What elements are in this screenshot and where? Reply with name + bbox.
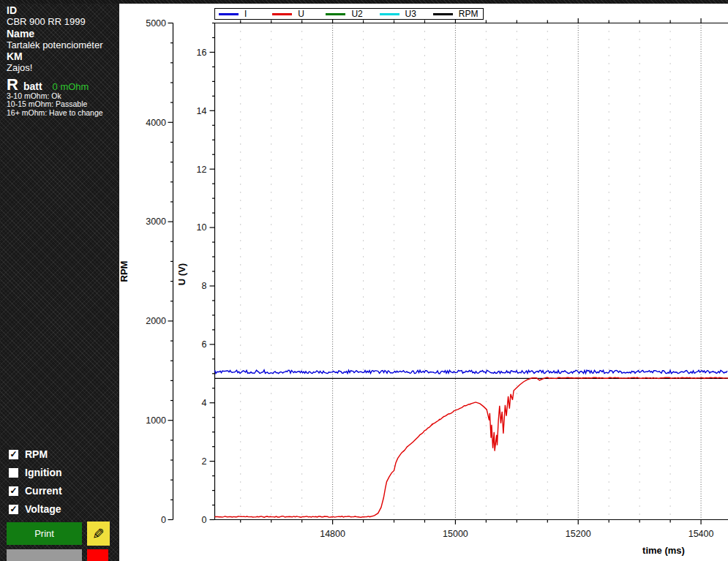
svg-text:15200: 15200 xyxy=(566,529,591,539)
svg-text:2000: 2000 xyxy=(146,316,166,326)
rbatt-r-label: R xyxy=(7,78,18,92)
svg-text:2: 2 xyxy=(202,456,207,467)
series-u-line xyxy=(215,377,728,517)
toggle-label: RPM xyxy=(25,448,48,460)
checkbox-ignition[interactable] xyxy=(9,468,18,478)
red-button[interactable] xyxy=(87,549,108,561)
checkbox-rpm[interactable]: ✓ xyxy=(9,450,18,459)
legend-label: U xyxy=(298,10,304,18)
svg-text:15400: 15400 xyxy=(688,529,714,539)
svg-text:5000: 5000 xyxy=(146,18,166,29)
print-button[interactable]: Print xyxy=(7,522,82,545)
toggle-current[interactable]: ✓Current xyxy=(9,485,62,497)
svg-text:0: 0 xyxy=(161,515,166,525)
chart-axes xyxy=(173,23,728,520)
toggle-rpm[interactable]: ✓RPM xyxy=(9,448,62,460)
rbatt-batt-label: batt xyxy=(23,80,42,92)
legend-item-u3: U3 xyxy=(376,10,429,18)
svg-text:3000: 3000 xyxy=(146,217,166,227)
svg-text:10: 10 xyxy=(197,222,207,233)
axis-ticks xyxy=(168,18,702,524)
legend-label: U2 xyxy=(351,10,362,18)
svg-text:4: 4 xyxy=(202,398,207,408)
svg-text:0: 0 xyxy=(202,515,207,525)
x-axis-title: time (ms) xyxy=(642,545,685,556)
toggle-label: Current xyxy=(25,485,62,497)
channel-toggles: ✓RPMIgnition✓Current✓Voltage xyxy=(9,448,62,515)
vehicle-info: ID CBR 900 RR 1999 Name Tartalék potenci… xyxy=(0,0,119,118)
legend-swatch xyxy=(380,13,399,15)
toggle-label: Voltage xyxy=(25,503,61,515)
top-strip xyxy=(0,0,728,4)
chart-grid xyxy=(241,23,701,520)
u-axis-title: U (V) xyxy=(176,263,187,285)
svg-text:14: 14 xyxy=(197,106,207,116)
rbatt-row: R batt 0 mOhm xyxy=(7,78,116,92)
legend-label: I xyxy=(244,10,247,18)
km-value: Zajos! xyxy=(7,62,116,74)
svg-text:12: 12 xyxy=(197,165,207,175)
sidebar: ID CBR 900 RR 1999 Name Tartalék potenci… xyxy=(0,0,119,561)
id-label: ID xyxy=(7,4,116,16)
toggle-ignition[interactable]: Ignition xyxy=(9,467,62,478)
svg-text:16: 16 xyxy=(197,48,207,58)
checkbox-voltage[interactable]: ✓ xyxy=(9,505,18,514)
chart-legend: IUU2U3RPM xyxy=(214,8,484,20)
name-label: Name xyxy=(7,28,116,39)
toggle-label: Ignition xyxy=(25,467,62,478)
svg-text:8: 8 xyxy=(202,281,207,291)
rbatt-value: 0 mOhm xyxy=(53,81,89,92)
id-value: CBR 900 RR 1999 xyxy=(7,16,116,28)
svg-text:14800: 14800 xyxy=(320,529,345,539)
legend-swatch xyxy=(433,13,453,15)
svg-text:4000: 4000 xyxy=(146,118,166,128)
legend-label: U3 xyxy=(405,10,416,18)
series-i-line xyxy=(215,370,728,374)
name-value: Tartalék potenciométer xyxy=(7,39,116,51)
km-label: KM xyxy=(7,50,116,62)
toggle-voltage[interactable]: ✓Voltage xyxy=(9,503,62,515)
axis-titles: RPMU (V)time (ms) xyxy=(119,261,685,556)
legend-item-u2: U2 xyxy=(322,10,375,18)
axis-tick-labels: 0246810121416010002000300040005000148001… xyxy=(146,18,713,539)
app-window: 0246810121416010002000300040005000148001… xyxy=(0,0,728,561)
legend-item-i: I xyxy=(215,10,269,18)
svg-text:15000: 15000 xyxy=(443,529,468,539)
pencil-icon: ✎ xyxy=(92,527,105,541)
legend-item-u: U xyxy=(269,10,322,18)
legend-label: RPM xyxy=(459,10,479,18)
legend-swatch xyxy=(272,13,292,15)
gray-button[interactable] xyxy=(7,549,82,561)
edit-button[interactable]: ✎ xyxy=(87,522,110,546)
legend-swatch xyxy=(219,13,239,15)
svg-text:6: 6 xyxy=(202,339,207,350)
rpm-axis-title: RPM xyxy=(119,261,130,282)
checkbox-current[interactable]: ✓ xyxy=(9,486,18,496)
legend-item-rpm: RPM xyxy=(429,10,483,18)
legend-swatch xyxy=(326,13,345,15)
svg-text:1000: 1000 xyxy=(146,415,166,426)
rbatt-guide-change: 16+ mOhm: Have to change xyxy=(7,109,116,118)
